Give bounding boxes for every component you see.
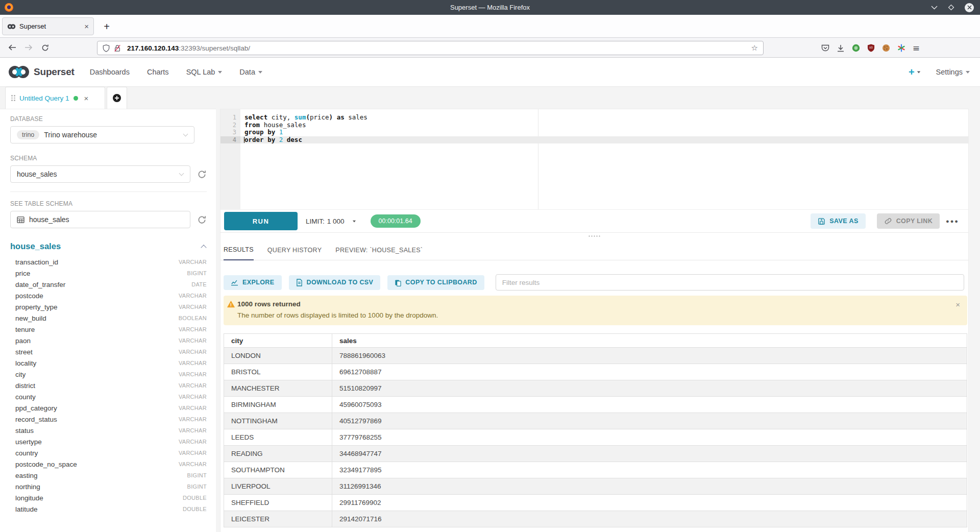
collapse-chevron-icon[interactable] (201, 245, 206, 250)
schema-column-row[interactable]: record_statusVARCHAR (10, 414, 207, 425)
column-type: VARCHAR (179, 349, 207, 355)
column-header-city[interactable]: city (224, 334, 332, 348)
schema-select[interactable]: house_sales (10, 165, 190, 183)
url-bar[interactable]: 217.160.120.143:32393/superset/sqllab/ ☆ (97, 41, 764, 55)
url-text: 217.160.120.143:32393/superset/sqllab/ (127, 44, 747, 52)
schema-column-row[interactable]: statusVARCHAR (10, 425, 207, 436)
refresh-table-icon[interactable] (197, 215, 207, 225)
column-type: DOUBLE (183, 495, 207, 501)
database-select[interactable]: trino Trino warehouse (10, 126, 194, 143)
schema-column-row[interactable]: postcode_no_spaceVARCHAR (10, 458, 207, 470)
nav-item-sql-lab[interactable]: SQL Lab (186, 68, 223, 76)
chevron-down-icon (353, 220, 356, 222)
schema-column-row[interactable]: date_of_transferDATE (10, 279, 207, 290)
tab-results[interactable]: RESULTS (224, 246, 254, 260)
column-type: VARCHAR (179, 360, 207, 366)
results-actions: EXPLORE DOWNLOAD TO CSV COPY TO CLIPBOAR… (220, 275, 968, 290)
result-row: NOTTINGHAM40512797869 (224, 413, 967, 429)
run-button[interactable]: RUN (224, 212, 298, 230)
limit-dropdown[interactable]: LIMIT: 1 000 (306, 217, 356, 225)
cookie-icon[interactable] (882, 44, 890, 52)
code-line: from house_sales (240, 122, 968, 129)
menu-hamburger-icon[interactable]: ≡ (913, 43, 920, 53)
schema-column-row[interactable]: countyVARCHAR (10, 391, 207, 402)
schema-column-row[interactable]: localityVARCHAR (10, 357, 207, 369)
nav-item-charts[interactable]: Charts (147, 68, 169, 76)
back-icon[interactable] (4, 40, 20, 55)
bookmark-star-icon[interactable]: ☆ (751, 43, 758, 53)
column-type: VARCHAR (179, 427, 207, 433)
tab-preview-house-sales[interactable]: PREVIEW: `HOUSE_SALES` (335, 247, 423, 260)
schema-column-row[interactable]: districtVARCHAR (10, 380, 207, 391)
ublock-shield-icon[interactable]: UO (867, 44, 875, 52)
schema-column-row[interactable]: usertypeVARCHAR (10, 436, 207, 447)
reload-icon[interactable] (37, 40, 53, 55)
chevron-down-icon (966, 71, 970, 74)
column-type: VARCHAR (179, 394, 207, 400)
alert-close-icon[interactable]: × (955, 300, 960, 309)
schema-column-row[interactable]: priceBIGINT (10, 268, 207, 279)
editor-toolbar: RUN LIMIT: 1 000 00:00:01.64 SAVE AS (220, 210, 968, 233)
copy-clipboard-button[interactable]: COPY TO CLIPBOARD (387, 275, 484, 290)
result-row: SOUTHAMPTON32349177895 (224, 462, 967, 478)
column-header-sales[interactable]: sales (332, 334, 967, 348)
column-name: county (15, 393, 36, 401)
schema-column-row[interactable]: cityVARCHAR (10, 369, 207, 380)
shield-icon[interactable] (103, 44, 110, 52)
download-csv-button[interactable]: DOWNLOAD TO CSV (289, 275, 381, 290)
schema-column-row[interactable]: property_typeVARCHAR (10, 301, 207, 312)
explore-button[interactable]: EXPLORE (224, 275, 282, 290)
table-select[interactable]: house_sales (10, 211, 190, 228)
filter-results-input[interactable] (496, 274, 964, 291)
nav-item-data[interactable]: Data (239, 68, 262, 76)
window-maximize-icon[interactable] (948, 4, 954, 11)
settings-menu[interactable]: Settings (936, 68, 970, 76)
copy-link-button[interactable]: COPY LINK (877, 213, 940, 229)
schema-column-row[interactable]: longitudeDOUBLE (10, 492, 207, 503)
extension-asterisk-icon[interactable] (897, 44, 905, 52)
nav-item-dashboards[interactable]: Dashboards (90, 68, 130, 76)
more-options-icon[interactable]: ●●● (946, 218, 959, 224)
new-tab-button[interactable]: + (100, 20, 113, 33)
line-number: 4 (220, 136, 240, 144)
schema-column-row[interactable]: countryVARCHAR (10, 447, 207, 458)
save-as-button[interactable]: SAVE AS (811, 213, 865, 229)
query-tab-close-icon[interactable]: × (84, 94, 89, 103)
column-type: VARCHAR (179, 259, 207, 265)
refresh-schema-icon[interactable] (197, 170, 207, 179)
query-tab-untitled-1[interactable]: Untitled Query 1 × (5, 87, 105, 109)
add-query-tab-button[interactable] (107, 87, 127, 109)
schema-column-row[interactable]: northingBIGINT (10, 481, 207, 492)
results-header-row[interactable]: city sales (224, 334, 967, 348)
window-minimize-icon[interactable] (931, 6, 938, 10)
result-row: MANCHESTER51510820997 (224, 380, 967, 397)
browser-tab-superset[interactable]: Superset × (2, 17, 94, 35)
schema-column-row[interactable]: new_buildBOOLEAN (10, 312, 207, 324)
schema-column-row[interactable]: ppd_categoryVARCHAR (10, 402, 207, 414)
forward-icon[interactable] (20, 40, 37, 55)
extension-green-icon[interactable] (852, 44, 860, 52)
schema-column-row[interactable]: transaction_idVARCHAR (10, 256, 207, 268)
download-icon[interactable] (837, 44, 845, 52)
tab-close-icon[interactable]: × (84, 22, 89, 30)
schema-column-row[interactable]: tenureVARCHAR (10, 324, 207, 335)
schema-column-row[interactable]: latitudeDOUBLE (10, 503, 207, 515)
column-type: VARCHAR (179, 461, 207, 467)
database-type-badge: trino (17, 130, 39, 139)
sql-code-editor[interactable]: 1234 select city, sum(price) as salesfro… (220, 109, 968, 210)
pocket-icon[interactable] (821, 44, 829, 52)
schema-column-row[interactable]: streetVARCHAR (10, 346, 207, 357)
pane-resizer[interactable] (220, 233, 968, 240)
schema-column-row[interactable]: paonVARCHAR (10, 335, 207, 346)
tab-query-history[interactable]: QUERY HISTORY (267, 247, 322, 260)
lock-insecure-icon[interactable] (114, 44, 121, 52)
schema-column-row[interactable]: eastingBIGINT (10, 470, 207, 481)
new-item-button[interactable]: + (909, 66, 921, 78)
drag-handle-icon[interactable] (11, 95, 15, 101)
table-heading[interactable]: house_sales (10, 241, 61, 251)
schema-column-row[interactable]: postcodeVARCHAR (10, 290, 207, 301)
editor-gutter: 1234 (220, 109, 240, 209)
sql-editor-panel: 1234 select city, sum(price) as salesfro… (220, 109, 969, 532)
window-close-icon[interactable] (965, 3, 974, 12)
chevron-down-icon (258, 71, 262, 74)
